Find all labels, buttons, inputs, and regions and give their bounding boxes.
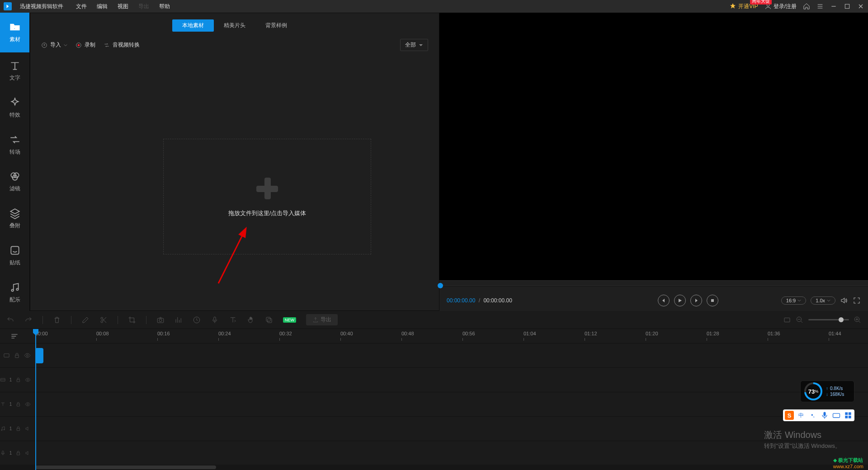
delete-icon[interactable]	[53, 316, 61, 324]
rail-text[interactable]: 文字	[0, 52, 29, 89]
tab-local[interactable]: 本地素材	[172, 19, 214, 32]
timeline-scrollbar[interactable]	[0, 465, 868, 470]
redo-icon[interactable]	[24, 316, 33, 324]
svg-rect-39	[845, 412, 848, 415]
crop-icon[interactable]	[128, 316, 136, 324]
eye-icon[interactable]	[25, 376, 31, 383]
next-frame-button[interactable]	[690, 295, 702, 306]
clock-icon[interactable]	[193, 316, 201, 324]
track-text[interactable]: 1	[0, 392, 868, 417]
zoom-out-icon[interactable]	[796, 316, 804, 324]
undo-icon[interactable]	[6, 316, 14, 324]
track-overlay[interactable]: 1	[0, 368, 868, 392]
lock-icon[interactable]	[14, 352, 20, 359]
net-up: ↑0.8K/s	[826, 386, 844, 391]
aspect-ratio-dropdown[interactable]: 16:9	[781, 296, 806, 305]
sogou-logo-icon: S	[785, 411, 794, 420]
cpu-ring-icon: 73%	[804, 382, 822, 400]
track-voice[interactable]: 1	[0, 441, 868, 465]
menu-view[interactable]: 视图	[118, 3, 128, 10]
ime-lang[interactable]: 中	[797, 411, 806, 420]
filter-dropdown[interactable]: 全部	[400, 39, 428, 51]
ruler-tick: 00:16	[157, 331, 170, 336]
media-toolbar: 导入 录制 音视频转换 全部	[30, 32, 439, 58]
ime-punct-icon[interactable]: •,	[808, 411, 817, 420]
fit-icon[interactable]	[783, 316, 791, 324]
hand-icon[interactable]	[247, 316, 255, 324]
volume-icon[interactable]	[840, 296, 848, 305]
ime-toolbar[interactable]: S 中 •,	[783, 409, 854, 421]
rail-media-label: 素材	[9, 36, 20, 43]
lock-icon[interactable]	[15, 376, 21, 383]
rail-overlay[interactable]: 叠附	[0, 200, 29, 237]
preview-scrubber[interactable]	[439, 280, 868, 290]
tab-background[interactable]: 背景样例	[255, 19, 297, 32]
sort-tracks-icon[interactable]	[10, 332, 19, 341]
lock-icon[interactable]	[15, 401, 21, 408]
histogram-icon[interactable]	[175, 316, 183, 324]
ruler-tick: 00:56	[462, 331, 475, 336]
split-icon[interactable]	[99, 316, 108, 324]
rail-music[interactable]: 配乐	[0, 274, 29, 311]
text-tool-icon[interactable]	[229, 316, 237, 324]
rail-overlay-label: 叠附	[9, 222, 20, 230]
windows-activation-notice: 激活 Windows 转到"设置"以激活 Windows。	[764, 429, 841, 450]
timeline-ruler[interactable]: 00:0000:0800:1600:2400:3200:4000:4800:56…	[0, 329, 868, 343]
record-button[interactable]: 录制	[75, 41, 95, 49]
eye-icon[interactable]	[24, 352, 31, 359]
ime-keyboard-icon[interactable]	[832, 411, 841, 420]
rail-filter[interactable]: 滤镜	[0, 163, 29, 200]
menu-edit[interactable]: 编辑	[97, 3, 108, 10]
menu-export: 导出	[138, 3, 149, 10]
maximize-icon[interactable]	[844, 3, 851, 10]
mute-icon[interactable]	[25, 425, 31, 432]
ime-voice-icon[interactable]	[820, 411, 829, 420]
speed-dropdown[interactable]: 1.0x	[811, 296, 835, 305]
rail-transition[interactable]: 转场	[0, 126, 29, 163]
svg-point-32	[1, 430, 2, 431]
snapshot-icon[interactable]	[156, 316, 165, 324]
record-icon	[75, 42, 82, 48]
voice-track-icon	[0, 450, 6, 456]
track-video[interactable]	[0, 343, 868, 368]
lock-icon[interactable]	[15, 450, 21, 456]
svg-rect-21	[784, 318, 790, 322]
zoom-slider[interactable]	[808, 319, 849, 320]
mic-icon[interactable]	[211, 316, 219, 324]
prev-frame-button[interactable]	[658, 295, 670, 306]
track-audio[interactable]: 1	[0, 417, 868, 441]
mute-icon[interactable]	[25, 450, 31, 456]
close-icon[interactable]	[857, 3, 864, 10]
rail-filter-label: 滤镜	[9, 185, 20, 193]
copy-icon[interactable]	[265, 316, 273, 324]
import-button[interactable]: 导入	[41, 41, 67, 49]
ime-grid-icon[interactable]	[844, 411, 853, 420]
menu-help[interactable]: 帮助	[159, 3, 170, 10]
zoom-in-icon[interactable]	[854, 316, 862, 324]
folder-icon	[9, 21, 21, 33]
rail-media[interactable]: 素材	[0, 13, 29, 52]
home-icon[interactable]	[803, 3, 810, 10]
scrubber-handle-icon[interactable]	[438, 283, 443, 288]
tab-intro[interactable]: 精美片头	[214, 19, 255, 32]
stop-button[interactable]	[707, 295, 718, 306]
convert-button[interactable]: 音视频转换	[104, 41, 140, 49]
media-dropzone[interactable]: 拖放文件到这里/点击导入媒体	[163, 139, 371, 254]
menu-file[interactable]: 文件	[76, 3, 87, 10]
hamburger-icon[interactable]	[816, 3, 824, 10]
export-button[interactable]: 导出	[306, 314, 338, 325]
rail-effects[interactable]: 特效	[0, 89, 29, 126]
fullscreen-icon[interactable]	[853, 296, 861, 305]
play-button[interactable]	[674, 295, 686, 306]
lock-icon[interactable]	[15, 425, 21, 432]
rail-sticker[interactable]: 贴纸	[0, 237, 29, 274]
edit-icon[interactable]	[81, 316, 90, 324]
dropzone-text: 拖放文件到这里/点击导入媒体	[228, 209, 307, 217]
vip-button[interactable]: 开通VIP 周年大促	[729, 3, 758, 10]
eye-icon[interactable]	[25, 401, 31, 408]
clip-placeholder[interactable]	[35, 348, 43, 363]
video-track-icon	[3, 352, 10, 359]
playhead[interactable]	[35, 329, 36, 470]
minimize-icon[interactable]	[830, 3, 837, 10]
vip-promo-badge: 周年大促	[750, 0, 772, 5]
